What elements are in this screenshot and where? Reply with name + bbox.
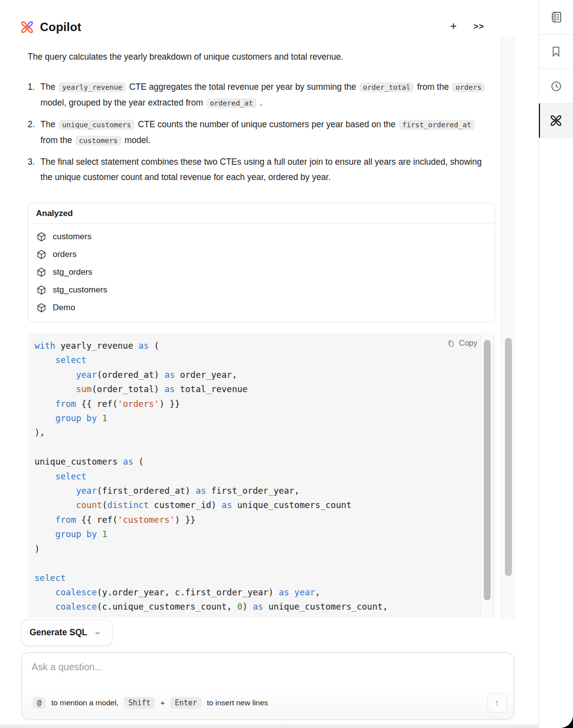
panel-scrollbar[interactable] (501, 37, 515, 619)
code-token: 0 (190, 617, 196, 618)
code-token: sum (76, 384, 92, 394)
copilot-logo-icon (20, 20, 35, 35)
analyzed-title: Analyzed (28, 203, 495, 224)
code-token: select (55, 472, 86, 481)
inline-code-chip: customers (75, 136, 121, 146)
code-line: select (35, 571, 473, 585)
input-hints: @to mention a model,Shift+Enterto insert… (32, 697, 268, 709)
code-token: 1 (102, 413, 107, 423)
code-token (35, 472, 55, 481)
code-token: first_order_year, (206, 486, 300, 496)
analyzed-model-row[interactable]: orders (28, 246, 495, 263)
panel-scrollbar-thumb[interactable] (505, 338, 512, 576)
analyzed-model-row[interactable]: stg_orders (28, 263, 495, 281)
code-token: (y.order_year, c.first_order_year) (97, 587, 279, 597)
code-token: unique_customers_count (232, 500, 351, 510)
code-token: ) }} (159, 399, 180, 409)
list-item: 1.The yearly_revenue CTE aggregates the … (28, 79, 495, 110)
model-name: stg_orders (53, 267, 92, 277)
code-token: from (55, 515, 76, 525)
analyzed-model-row[interactable]: stg_customers (28, 281, 495, 299)
code-token: (ordered_at) (97, 370, 164, 380)
analyzed-model-row[interactable]: customers (28, 228, 495, 246)
new-chat-button[interactable]: + (450, 21, 457, 32)
code-line: coalesce(y.total_revenue, 0) as total_re… (35, 615, 473, 618)
code-token: with (35, 341, 55, 351)
text-segment: from the (415, 82, 451, 92)
code-token: as (206, 617, 216, 618)
sidebar-item-outline[interactable] (539, 0, 573, 35)
code-token: group by (55, 529, 97, 539)
list-item-text: The unique_customers CTE counts the numb… (40, 117, 495, 148)
code-token (35, 370, 76, 380)
code-token: 'customers' (118, 515, 175, 525)
panel-header: Copilot + >> (0, 0, 538, 44)
history-icon (550, 80, 563, 93)
code-token (35, 500, 76, 510)
code-line: year(first_ordered_at) as first_order_ye… (35, 484, 473, 498)
list-item-text: The yearly_revenue CTE aggregates the to… (40, 79, 495, 110)
code-token: ) (242, 602, 252, 612)
sidebar-spacer (539, 138, 573, 173)
model-name: Demo (53, 303, 75, 313)
code-token (35, 384, 76, 394)
window-bottom-edge (0, 724, 538, 728)
code-scrollbar[interactable] (480, 334, 493, 618)
code-token: {{ ref( (76, 515, 117, 525)
generate-sql-button[interactable]: Generate SQL (21, 619, 112, 646)
hint-text: to mention a model, (51, 698, 118, 707)
cube-icon (36, 249, 47, 260)
hint-text: to insert new lines (207, 698, 268, 707)
code-token: (first_ordered_at) (97, 486, 195, 496)
list-marker: 1. (28, 79, 40, 110)
code-line: ), (35, 426, 473, 440)
sql-code-block: Copy with yearly_revenue as ( select yea… (28, 333, 495, 618)
code-line: select (35, 470, 473, 484)
kbd-chip: Enter (170, 697, 201, 709)
code-token: as (196, 486, 206, 496)
code-line: unique_customers as ( (35, 455, 473, 469)
copilot-icon (549, 114, 563, 127)
analyzed-model-row[interactable]: Demo (28, 299, 495, 317)
question-input[interactable] (32, 661, 495, 673)
code-token (97, 529, 102, 539)
text-segment: The (40, 119, 58, 129)
code-token (35, 617, 55, 618)
sidebar-item-history[interactable] (539, 69, 573, 104)
code-token: (y.total_revenue, (97, 617, 190, 618)
list-item-text: The final select statement combines thes… (40, 154, 495, 184)
code-line: coalesce(y.order_year, c.first_order_yea… (35, 585, 473, 600)
code-token: unique_customers (35, 457, 123, 467)
text-segment: model, grouped by the year extracted fro… (40, 98, 206, 108)
copy-code-button[interactable]: Copy (447, 339, 477, 348)
sql-code: with yearly_revenue as ( select year(ord… (35, 339, 473, 618)
chat-content: The query calculates the yearly breakdow… (28, 49, 495, 618)
text-segment: The final select statement combines thes… (40, 157, 482, 182)
code-scrollbar-thumb[interactable] (484, 340, 491, 600)
window-corner (556, 710, 573, 728)
text-segment: CTE counts the number of unique customer… (136, 119, 398, 129)
page-title: Copilot (40, 20, 81, 34)
code-token: as (123, 457, 133, 467)
code-token: as (164, 370, 175, 380)
code-line: with yearly_revenue as ( (35, 339, 473, 353)
cube-icon (36, 302, 47, 313)
code-token: count (76, 500, 102, 510)
code-token: coalesce (55, 617, 97, 618)
code-line: ) (35, 542, 473, 556)
code-token (289, 587, 294, 597)
sidebar-item-bookmarks[interactable] (539, 35, 573, 69)
collapse-panel-button[interactable]: >> (473, 22, 484, 31)
code-token: total_revenue (175, 384, 248, 394)
code-token: distinct (107, 500, 149, 510)
code-line: from {{ ref('customers') }} (35, 513, 473, 527)
code-token (35, 413, 55, 423)
code-token: (order_total) (92, 384, 165, 394)
list-marker: 3. (28, 154, 40, 184)
code-token: ) (35, 544, 40, 554)
sidebar-item-copilot[interactable] (539, 104, 573, 138)
answer-summary: The query calculates the yearly breakdow… (28, 49, 495, 64)
code-line (35, 556, 473, 571)
send-button[interactable]: ↑ (487, 693, 507, 713)
cube-icon (36, 231, 47, 242)
